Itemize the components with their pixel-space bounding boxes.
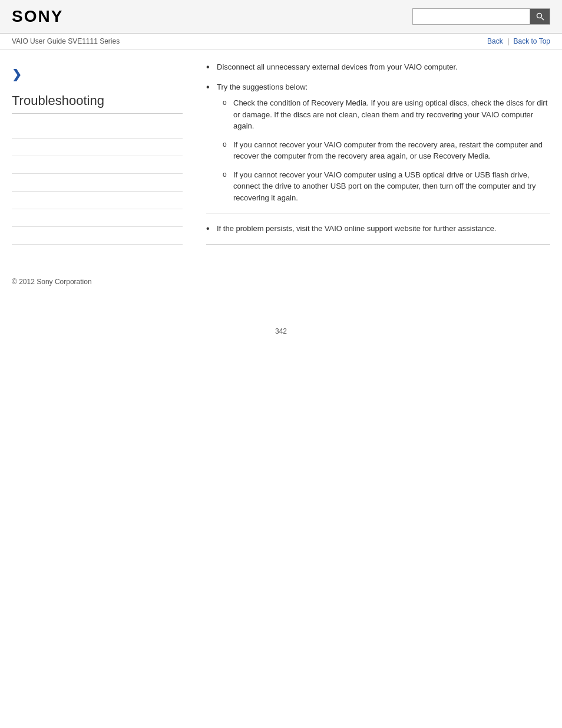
sidebar-link[interactable] [12, 196, 14, 205]
content-divider [206, 213, 550, 213]
nav-separator: | [507, 37, 509, 45]
search-icon [535, 12, 545, 21]
sidebar-link[interactable] [12, 232, 14, 240]
list-item: If the problem persists, visit the VAIO … [206, 223, 550, 235]
sidebar-title: Troubleshooting [12, 93, 183, 114]
footer: © 2012 Sony Corporation [0, 266, 562, 292]
list-item: If you cannot recover your VAIO computer… [223, 169, 550, 204]
sidebar-link[interactable] [12, 179, 14, 187]
bullet1-text: Disconnect all unnecessary external devi… [217, 62, 458, 71]
sidebar-link[interactable] [12, 161, 14, 169]
sub-bullet1-text: Check the condition of Recovery Media. I… [233, 98, 547, 130]
sidebar-link[interactable] [12, 143, 14, 151]
list-item[interactable] [12, 209, 183, 227]
back-to-top-link[interactable]: Back to Top [514, 37, 550, 45]
sidebar-link[interactable] [12, 126, 14, 134]
svg-line-1 [541, 18, 544, 20]
bullet3-text: If the problem persists, visit the VAIO … [217, 224, 496, 233]
sidebar-link[interactable] [12, 214, 14, 222]
back-link[interactable]: Back [487, 37, 503, 45]
page-number: 342 [0, 327, 562, 347]
bullet2-text: Try the suggestions below: [217, 83, 308, 91]
breadcrumb: VAIO User Guide SVE1111 Series [12, 37, 120, 45]
sub-bullet2-text: If you cannot recover your VAIO computer… [233, 140, 543, 161]
svg-point-0 [537, 14, 541, 18]
content-area: Disconnect all unnecessary external devi… [194, 61, 550, 254]
sidebar-arrow[interactable]: ❯ [12, 67, 183, 81]
list-item: Check the condition of Recovery Media. I… [223, 97, 550, 132]
content-divider-2 [206, 244, 550, 245]
list-item[interactable] [12, 156, 183, 174]
content-list-2: If the problem persists, visit the VAIO … [206, 223, 550, 235]
copyright-text: © 2012 Sony Corporation [12, 278, 92, 286]
search-button[interactable] [530, 8, 550, 25]
sub-list: Check the condition of Recovery Media. I… [223, 97, 550, 203]
list-item: Disconnect all unnecessary external devi… [206, 61, 550, 73]
search-container [412, 8, 550, 25]
list-item: If you cannot recover your VAIO computer… [223, 139, 550, 162]
sub-bullet3-text: If you cannot recover your VAIO computer… [233, 170, 536, 202]
list-item: Try the suggestions below: Check the con… [206, 81, 550, 204]
nav-bar: VAIO User Guide SVE1111 Series Back | Ba… [0, 34, 562, 50]
content-list: Disconnect all unnecessary external devi… [206, 61, 550, 203]
sidebar: ❯ Troubleshooting [12, 61, 194, 254]
main-content: ❯ Troubleshooting Disconnect all unneces… [0, 50, 562, 266]
list-item[interactable] [12, 121, 183, 139]
list-item[interactable] [12, 192, 183, 209]
search-input[interactable] [412, 8, 530, 25]
list-item[interactable] [12, 174, 183, 192]
nav-links: Back | Back to Top [487, 37, 550, 45]
list-item[interactable] [12, 139, 183, 156]
sidebar-links [12, 121, 183, 245]
header: SONY [0, 0, 562, 34]
list-item[interactable] [12, 227, 183, 245]
sony-logo: SONY [12, 7, 63, 26]
